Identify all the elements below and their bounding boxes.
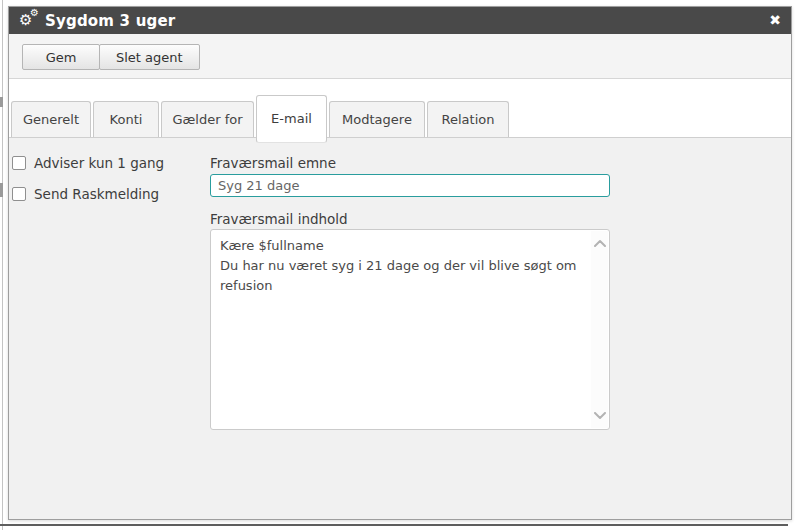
- close-icon[interactable]: ✖: [769, 11, 781, 29]
- body-field-label: Fraværsmail indhold: [210, 211, 348, 227]
- body-textarea-container: Kære $fullname Du har nu været syg i 21 …: [210, 229, 610, 430]
- cogs-icon: ⚙ ⚙: [19, 11, 41, 31]
- page-edge-mark: [0, 97, 3, 107]
- toolbar-button-group: Gem Slet agent: [22, 44, 200, 70]
- save-button[interactable]: Gem: [22, 44, 100, 70]
- dialog-title: Sygdom 3 uger: [45, 12, 175, 30]
- send-raskmelding-checkbox[interactable]: [12, 187, 26, 201]
- option-row: Send Raskmelding: [12, 186, 159, 202]
- tab-modtagere[interactable]: Modtagere: [329, 101, 425, 137]
- tab-konti[interactable]: Konti: [93, 101, 159, 137]
- textarea-scrollbar[interactable]: [591, 231, 608, 428]
- delete-agent-button[interactable]: Slet agent: [99, 44, 200, 70]
- tab-content-email: Adviser kun 1 gang Send Raskmelding Frav…: [9, 139, 791, 519]
- page-bottom-line: [0, 524, 788, 526]
- agent-dialog: ⚙ ⚙ Sygdom 3 uger ✖ Gem Slet agent Gener…: [8, 6, 792, 520]
- tab-relation[interactable]: Relation: [427, 101, 509, 137]
- checkbox-label: Send Raskmelding: [34, 186, 159, 202]
- tabs: Generelt Konti Gælder for E-mail Modtage…: [9, 79, 791, 137]
- tab-email[interactable]: E-mail: [256, 95, 327, 143]
- page-edge-mark: [0, 183, 3, 197]
- cog-glyph-small: ⚙: [30, 7, 39, 19]
- toolbar: Gem Slet agent: [9, 34, 791, 79]
- adviser-kun-1-gang-checkbox[interactable]: [12, 156, 26, 170]
- subject-field-label: Fraværsmail emne: [210, 155, 336, 171]
- scroll-up-icon[interactable]: [594, 239, 606, 247]
- tab-strip: Generelt Konti Gælder for E-mail Modtage…: [9, 79, 791, 138]
- tab-generelt[interactable]: Generelt: [11, 101, 91, 137]
- body-textarea[interactable]: Kære $fullname Du har nu været syg i 21 …: [211, 230, 590, 429]
- checkbox-label: Adviser kun 1 gang: [34, 155, 164, 171]
- option-row: Adviser kun 1 gang: [12, 155, 164, 171]
- tab-gaelder-for[interactable]: Gælder for: [161, 101, 254, 137]
- scroll-down-icon[interactable]: [594, 412, 606, 420]
- dialog-titlebar[interactable]: ⚙ ⚙ Sygdom 3 uger ✖: [9, 7, 791, 34]
- subject-input[interactable]: [210, 174, 610, 197]
- page-edge-line: [2, 0, 3, 530]
